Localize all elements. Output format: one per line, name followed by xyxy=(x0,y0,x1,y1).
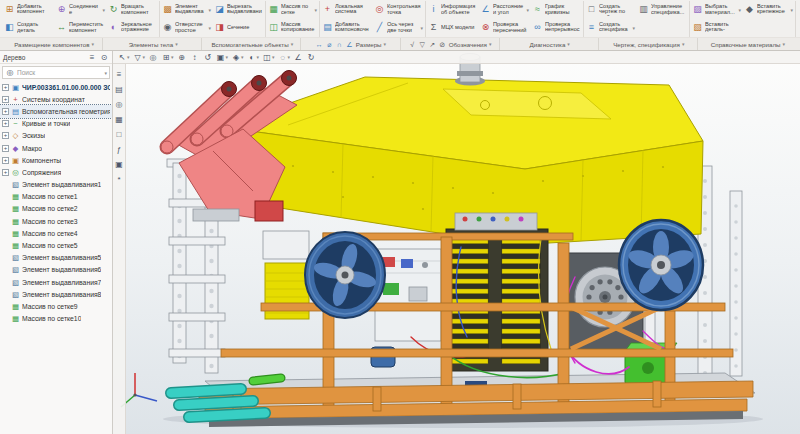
tree-item[interactable]: + ▣ Компоненты xyxy=(0,154,112,166)
expand-icon[interactable]: + xyxy=(2,108,9,115)
ribbon-button[interactable]: ≈ График кривизны ▾ xyxy=(531,1,582,18)
tree-item[interactable]: + ▧ Элемент выдавливания1 xyxy=(0,179,112,191)
ribbon-button[interactable]: ▤ Добавить компоновочну... ▾ xyxy=(321,19,372,36)
viewport-tool-button[interactable]: ▽ ▾ xyxy=(132,52,147,63)
expand-icon[interactable]: + xyxy=(2,145,9,152)
viewport-tool-button[interactable]: ⊕ ▾ xyxy=(176,52,188,63)
expand-icon[interactable]: + xyxy=(2,157,9,164)
expand-icon[interactable]: + xyxy=(2,96,9,103)
pin-icon[interactable]: ⊙ xyxy=(99,52,109,63)
ribbon-button[interactable]: ▧ Вставить деталь-заготовку ▾ xyxy=(691,19,742,36)
viewport-3d[interactable]: ↖ ▾ ▽ ▾ ◎ ▾ ⊞ ▾ xyxy=(113,51,800,434)
ribbon-button[interactable]: + Локальная система коорд. ▾ xyxy=(321,1,372,18)
ribbon-button[interactable]: ◉ Отверстие простое ▾ xyxy=(161,19,212,36)
tree-item[interactable]: + ◇ Эскизы xyxy=(0,130,112,142)
messages-icon[interactable]: □ xyxy=(114,129,124,140)
settings-icon[interactable]: * xyxy=(114,174,124,185)
ribbon-button[interactable]: ◐ Зеркальное отражение ко... ▾ xyxy=(107,19,158,36)
tolerance-icon[interactable]: ⊘ xyxy=(438,40,447,49)
tree-item[interactable]: + ▧ Элемент выдавливания5 xyxy=(0,252,112,264)
ribbon-button[interactable]: ⊞ Добавить компонент из... ▾ xyxy=(3,1,54,18)
ribbon-button[interactable]: ◪ Вырезать выдавливани... ▾ xyxy=(213,1,264,18)
tree-item[interactable]: + ▣ ЧИР.003361.01.00.00.000 ЗСВ Океан... xyxy=(0,81,112,93)
viewport-tool-button[interactable]: ↕ ▾ xyxy=(189,52,201,63)
tree-item[interactable]: + ▤ Вспомогательная геометрия xyxy=(0,105,112,117)
ribbon-group-label[interactable]: √▽↗⊘ Обозначения ▾ xyxy=(401,38,500,50)
tree-item[interactable]: + ▦ Массив по сетке1 xyxy=(0,191,112,203)
tree-item[interactable]: + + Системы координат xyxy=(0,93,112,105)
layers-icon[interactable]: ▦ xyxy=(114,114,124,125)
ribbon-group-label[interactable]: Вспомогательные объекты ▾ xyxy=(202,38,301,50)
viewport-tool-button[interactable]: ↻ ▾ xyxy=(305,52,317,63)
tree-item[interactable]: + ▧ Элемент выдавливания6 xyxy=(0,264,112,276)
angular-dimension-icon[interactable]: ∠ xyxy=(345,40,354,49)
tree-item[interactable]: + ▦ Массив по сетке2 xyxy=(0,203,112,215)
tree-item[interactable]: + ▦ Массив по сетке3 xyxy=(0,215,112,227)
ribbon-group-label[interactable]: Справочные материалы ▾ xyxy=(698,38,796,50)
roughness-icon[interactable]: √ xyxy=(408,40,417,49)
tree-item[interactable]: + ▦ Массив по сетке4 xyxy=(0,227,112,239)
left-thruster[interactable] xyxy=(305,232,385,318)
ribbon-group-label[interactable]: Чертеж, спецификация ▾ xyxy=(599,38,698,50)
ribbon-button[interactable]: ⊗ Проверка пересечений ▾ xyxy=(479,19,530,36)
viewport-tool-button[interactable]: ◌ ▾ xyxy=(277,52,292,63)
parameters-icon[interactable]: ▤ xyxy=(114,84,124,95)
ribbon-group-label[interactable]: Диагностика ▾ xyxy=(500,38,599,50)
tree-item[interactable]: + ▧ Элемент выдавливания8 xyxy=(0,288,112,300)
viewport-tool-button[interactable]: ▣ ▾ xyxy=(215,52,230,63)
tree-item[interactable]: + ▦ Массив по сетке10 xyxy=(0,313,112,325)
ribbon-button[interactable]: ╱ Ось через две точки ▾ xyxy=(373,19,424,36)
library-icon[interactable]: ▣ xyxy=(114,159,124,170)
viewport-tool-button[interactable]: ◈ ▾ xyxy=(230,52,245,63)
rov-3d-model[interactable] xyxy=(113,51,800,434)
ribbon-button[interactable]: ◫ Массив копированием ▾ xyxy=(267,19,318,36)
radial-dimension-icon[interactable]: ∩ xyxy=(335,40,344,49)
hamburger-icon[interactable]: ≡ xyxy=(87,52,97,63)
tree-item[interactable]: + ▧ Элемент выдавливания7 xyxy=(0,276,112,288)
ribbon-button[interactable]: ◨ Сечение ▾ xyxy=(213,19,264,36)
viewport-tool-button[interactable]: ∠ ▾ xyxy=(292,52,304,63)
ribbon-button[interactable]: ▥ Управление специфика... ▾ xyxy=(637,1,688,18)
ribbon-button[interactable]: ◎ Контрольная точка ▾ xyxy=(373,1,424,18)
linear-dimension-icon[interactable]: ↔ xyxy=(315,40,324,49)
ribbon-button[interactable]: ↔ Переместить компонент ▾ xyxy=(55,19,106,36)
leader-icon[interactable]: ↗ xyxy=(428,40,437,49)
tree-item[interactable]: + ▦ Массив по сетке5 xyxy=(0,239,112,251)
diameter-dimension-icon[interactable]: ⌀ xyxy=(325,40,334,49)
right-thruster[interactable] xyxy=(619,220,703,310)
ribbon-button[interactable]: ≡ Создать спецификаци... ▾ xyxy=(585,19,636,36)
variables-icon[interactable]: ƒ xyxy=(114,144,124,155)
expand-icon[interactable]: + xyxy=(2,169,9,176)
tree-panel-icon[interactable]: ≡ xyxy=(114,69,124,80)
viewport-tool-button[interactable]: ↺ ▾ xyxy=(202,52,214,63)
expand-icon[interactable]: + xyxy=(2,132,9,139)
ribbon-button[interactable]: i Информация об объекте ▾ xyxy=(427,1,478,18)
viewport-tool-button[interactable]: ◫ ▾ xyxy=(261,52,276,63)
ribbon-group-label[interactable]: Размещение компонентов ▾ xyxy=(4,38,103,50)
ribbon-button[interactable]: ∠ Расстояние и угол ▾ xyxy=(479,1,530,18)
search-panel-icon[interactable]: ◎ xyxy=(114,99,124,110)
tree-item[interactable]: + ~ Кривые и точки xyxy=(0,118,112,130)
ribbon-button[interactable]: ◆ Вставить крепежное изд... ▾ xyxy=(743,1,794,18)
tree-item[interactable]: + ▦ Массив по сетке9 xyxy=(0,300,112,312)
ribbon-button[interactable]: ▦ Массив по сетке ▾ xyxy=(267,1,318,18)
ribbon-button[interactable]: ◧ Создать деталь ▾ xyxy=(3,19,54,36)
datum-icon[interactable]: ▽ xyxy=(418,40,427,49)
ribbon-group-label[interactable]: ↔⌀∩∠ Размеры ▾ xyxy=(301,38,400,50)
tree-item[interactable]: + ◆ Макро xyxy=(0,142,112,154)
expand-icon[interactable]: + xyxy=(2,84,9,91)
ribbon-button[interactable]: Σ МЦХ модели ▾ xyxy=(427,19,478,36)
ribbon-button[interactable]: □ Создать чертеж по шаблону ▾ xyxy=(585,1,636,18)
tree-search-input[interactable] xyxy=(17,69,102,76)
ribbon-button[interactable]: ⊕ Соединение ▾ xyxy=(55,1,106,18)
viewport-tool-button[interactable]: ◐ ▾ xyxy=(246,52,261,63)
tree-search[interactable]: ◎ ▾ xyxy=(2,66,110,79)
tree-item[interactable]: + ◎ Сопряжения xyxy=(0,166,112,178)
ribbon-button[interactable]: ▩ Элемент выдавливания ▾ xyxy=(161,1,212,18)
expand-icon[interactable]: + xyxy=(2,120,9,127)
ribbon-button[interactable]: ▨ Выбрать материал... ▾ xyxy=(691,1,742,18)
ribbon-button[interactable]: ∞ Проверка непрерывности ▾ xyxy=(531,19,582,36)
viewport-tool-button[interactable]: ↖ ▾ xyxy=(116,52,131,63)
viewport-tool-button[interactable]: ◎ ▾ xyxy=(147,52,159,63)
viewport-tool-button[interactable]: ⊞ ▾ xyxy=(160,52,175,63)
